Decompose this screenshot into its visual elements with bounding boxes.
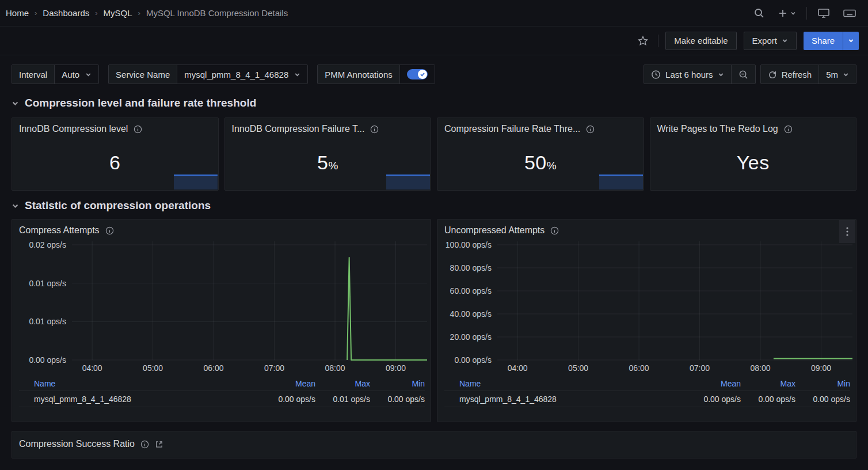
chevron-down-icon bbox=[782, 37, 788, 44]
service-name-value: mysql_pmm_8_4_1_46828 bbox=[184, 70, 288, 79]
svg-text:100.00 ops/s: 100.00 ops/s bbox=[446, 240, 492, 249]
series-min: 0.00 ops/s bbox=[795, 395, 850, 404]
svg-text:40.00 ops/s: 40.00 ops/s bbox=[450, 309, 492, 319]
service-name-label: Service Name bbox=[109, 65, 177, 84]
legend-header-min[interactable]: Min bbox=[795, 379, 850, 388]
divider bbox=[806, 7, 807, 20]
svg-text:09:00: 09:00 bbox=[811, 363, 831, 373]
search-icon bbox=[753, 7, 765, 19]
pmm-annotations-toggle[interactable] bbox=[407, 69, 428, 79]
stat-panel-failure-rate: Compression Failure Rate Thre... 50% bbox=[437, 117, 644, 191]
series-max: 0.01 ops/s bbox=[315, 395, 370, 404]
chart-panels-row: Compress Attempts 04:0005:0006:0007:0008… bbox=[0, 212, 868, 422]
external-link-icon[interactable] bbox=[155, 440, 163, 449]
panel-title[interactable]: Uncompressed Attempts bbox=[444, 225, 545, 236]
legend-series-row[interactable]: mysql_pmm_8_4_1_46828 0.00 ops/s 0.01 op… bbox=[19, 391, 425, 407]
breadcrumb-mysql[interactable]: MySQL bbox=[104, 8, 132, 18]
legend-header-max[interactable]: Max bbox=[315, 379, 370, 388]
info-icon[interactable] bbox=[550, 226, 559, 235]
breadcrumb-current-page: MySQL InnoDB Compression Details bbox=[146, 8, 288, 18]
monitor-button[interactable] bbox=[815, 5, 832, 21]
svg-text:05:00: 05:00 bbox=[143, 363, 163, 373]
time-series-chart[interactable]: 04:0005:0006:0007:0008:0009:000.02 ops/s… bbox=[12, 237, 431, 375]
panel-title[interactable]: Compression Success Ratio bbox=[19, 439, 135, 449]
refresh-interval-value: 5m bbox=[826, 70, 838, 79]
info-icon[interactable] bbox=[370, 125, 379, 134]
chart-panel-compress-attempts: Compress Attempts 04:0005:0006:0007:0008… bbox=[12, 219, 431, 422]
series-name: mysql_pmm_8_4_1_46828 bbox=[459, 395, 686, 404]
legend-header-name[interactable]: Name bbox=[34, 379, 261, 388]
svg-text:0.02 ops/s: 0.02 ops/s bbox=[29, 240, 66, 249]
info-icon[interactable] bbox=[134, 125, 142, 134]
section-row-compression-threshold[interactable]: Compression level and failure rate thres… bbox=[0, 84, 868, 109]
svg-text:60.00 ops/s: 60.00 ops/s bbox=[450, 286, 492, 295]
time-series-chart[interactable]: 04:0005:0006:0007:0008:0009:00100.00 ops… bbox=[437, 237, 856, 375]
time-range-button[interactable]: Last 6 hours bbox=[644, 65, 731, 84]
interval-label: Interval bbox=[12, 65, 55, 84]
svg-text:06:00: 06:00 bbox=[204, 363, 224, 373]
section-title: Compression level and failure rate thres… bbox=[25, 97, 256, 109]
stat-value: 5% bbox=[225, 151, 431, 174]
keyboard-shortcuts-button[interactable] bbox=[840, 6, 859, 21]
chart-legend: Name Mean Max Min mysql_pmm_8_4_1_46828 … bbox=[437, 375, 856, 407]
section-row-compression-stats[interactable]: Statistic of compression operations bbox=[0, 191, 868, 212]
info-icon[interactable] bbox=[784, 125, 793, 134]
share-button[interactable]: Share bbox=[804, 32, 843, 50]
svg-text:80.00 ops/s: 80.00 ops/s bbox=[450, 263, 492, 272]
info-icon[interactable] bbox=[586, 125, 595, 134]
svg-text:09:00: 09:00 bbox=[386, 363, 406, 373]
keyboard-icon bbox=[843, 8, 856, 18]
breadcrumb-separator: › bbox=[35, 9, 37, 17]
panel-menu-button[interactable] bbox=[839, 220, 855, 243]
bottom-panel-row: Compression Success Ratio bbox=[0, 422, 868, 458]
series-max: 0.00 ops/s bbox=[741, 395, 795, 404]
info-icon[interactable] bbox=[105, 226, 114, 235]
pmm-annotations-label: PMM Annotations bbox=[318, 65, 400, 84]
zoom-out-button[interactable] bbox=[732, 65, 755, 84]
chevron-down-icon bbox=[790, 10, 796, 16]
legend-series-row[interactable]: mysql_pmm_8_4_1_46828 0.00 ops/s 0.00 op… bbox=[444, 391, 850, 407]
series-min: 0.00 ops/s bbox=[370, 395, 425, 404]
share-split-button: Share bbox=[804, 32, 859, 50]
panel-title[interactable]: InnoDB Compression Failure T... bbox=[232, 124, 365, 134]
clock-icon bbox=[651, 70, 661, 79]
series-mean: 0.00 ops/s bbox=[686, 395, 741, 404]
chart-legend: Name Mean Max Min mysql_pmm_8_4_1_46828 … bbox=[12, 375, 431, 407]
panel-title[interactable]: Compression Failure Rate Thre... bbox=[444, 124, 580, 134]
svg-text:08:00: 08:00 bbox=[751, 363, 771, 373]
svg-text:0.01 ops/s: 0.01 ops/s bbox=[29, 279, 66, 288]
export-button-label: Export bbox=[752, 36, 777, 46]
panel-title[interactable]: Write Pages to The Redo Log bbox=[657, 124, 778, 134]
legend-header-name[interactable]: Name bbox=[459, 379, 686, 388]
chevron-down-icon bbox=[718, 71, 724, 78]
panel-title[interactable]: Compress Attempts bbox=[19, 225, 100, 236]
refresh-interval-select[interactable]: 5m bbox=[819, 65, 856, 84]
legend-header-max[interactable]: Max bbox=[741, 379, 795, 388]
breadcrumb-dashboards[interactable]: Dashboards bbox=[43, 8, 89, 18]
add-new-button[interactable] bbox=[775, 6, 798, 21]
legend-header-min[interactable]: Min bbox=[370, 379, 425, 388]
interval-select[interactable]: Auto bbox=[55, 65, 98, 84]
breadcrumb-home[interactable]: Home bbox=[6, 8, 29, 18]
export-button[interactable]: Export bbox=[744, 32, 797, 50]
stat-panel-redo-log: Write Pages to The Redo Log Yes bbox=[650, 117, 857, 191]
share-menu-button[interactable] bbox=[843, 32, 859, 50]
stat-value: 6 bbox=[12, 151, 218, 174]
svg-text:06:00: 06:00 bbox=[629, 363, 649, 373]
info-icon[interactable] bbox=[140, 440, 149, 449]
svg-text:08:00: 08:00 bbox=[325, 363, 345, 373]
legend-header-mean[interactable]: Mean bbox=[261, 379, 315, 388]
dashboard-controls: Interval Auto Service Name mysql_pmm_8_4… bbox=[0, 55, 868, 84]
breadcrumb: Home › Dashboards › MySQL › MySQL InnoDB… bbox=[6, 8, 288, 18]
chevron-down-icon bbox=[294, 71, 300, 78]
zoom-out-icon bbox=[738, 70, 748, 79]
make-editable-button[interactable]: Make editable bbox=[665, 32, 736, 50]
service-name-select[interactable]: mysql_pmm_8_4_1_46828 bbox=[177, 65, 307, 84]
chevron-down-icon bbox=[85, 71, 92, 78]
refresh-button[interactable]: Refresh bbox=[761, 65, 819, 84]
favorite-button[interactable] bbox=[635, 33, 651, 49]
monitor-icon bbox=[817, 7, 830, 19]
search-button[interactable] bbox=[751, 5, 767, 21]
panel-title[interactable]: InnoDB Compression level bbox=[19, 124, 128, 134]
legend-header-mean[interactable]: Mean bbox=[686, 379, 741, 388]
